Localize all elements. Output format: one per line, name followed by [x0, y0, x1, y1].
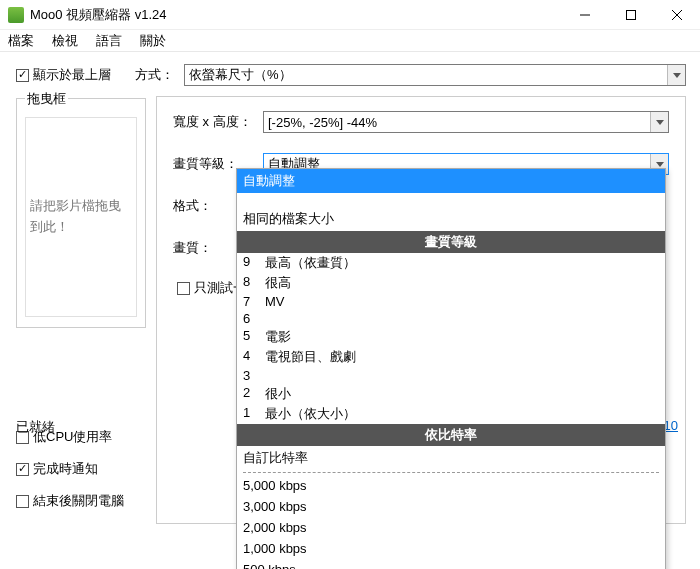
- app-icon: [8, 7, 24, 23]
- dropdown-option-bitrate[interactable]: 2,000 kbps: [237, 517, 665, 538]
- quality-level-dropdown[interactable]: 自動調整 相同的檔案大小 畫質等級 9最高（依畫質）8很高7MV65電影4電視節…: [236, 168, 666, 569]
- maximize-button[interactable]: [608, 0, 654, 30]
- dropdown-option-quality-8[interactable]: 8很高: [237, 273, 665, 293]
- shutdown-after-checkbox[interactable]: 結束後關閉電腦: [16, 492, 146, 510]
- chevron-down-icon: [650, 112, 668, 132]
- menu-lang[interactable]: 語言: [94, 30, 124, 52]
- menu-file[interactable]: 檔案: [6, 30, 36, 52]
- menu-about[interactable]: 關於: [138, 30, 168, 52]
- method-value: 依螢幕尺寸（%）: [189, 66, 292, 84]
- dropdown-option-quality-5[interactable]: 5電影: [237, 327, 665, 347]
- close-button[interactable]: [654, 0, 700, 30]
- checkbox-icon: [177, 282, 190, 295]
- dropdown-separator: [243, 472, 659, 473]
- dropdown-option-bitrate[interactable]: 5,000 kbps: [237, 475, 665, 496]
- method-select[interactable]: 依螢幕尺寸（%）: [184, 64, 686, 86]
- drag-drop-box[interactable]: 拖曳框 請把影片檔拖曳到此！: [16, 98, 146, 328]
- size-select[interactable]: [-25%, -25%] -44%: [263, 111, 669, 133]
- notify-done-label: 完成時通知: [33, 460, 98, 478]
- topmost-label: 顯示於最上層: [33, 66, 111, 84]
- checkbox-icon: [16, 69, 29, 82]
- dropdown-option-quality-6[interactable]: 6: [237, 310, 665, 327]
- dropdown-option-bitrate[interactable]: 1,000 kbps: [237, 538, 665, 559]
- titlebar: Moo0 視頻壓縮器 v1.24: [0, 0, 700, 30]
- svg-rect-1: [627, 10, 636, 19]
- dropdown-option-quality-4[interactable]: 4電視節目、戲劇: [237, 347, 665, 367]
- dropdown-option-custom-bitrate[interactable]: 自訂比特率: [237, 446, 665, 470]
- dropdown-option-bitrate[interactable]: 3,000 kbps: [237, 496, 665, 517]
- dragbox-placeholder: 請把影片檔拖曳到此！: [25, 117, 137, 317]
- dropdown-option-quality-2[interactable]: 2很小: [237, 384, 665, 404]
- menu-view[interactable]: 檢視: [50, 30, 80, 52]
- checkbox-icon: [16, 463, 29, 476]
- dropdown-spacer: [237, 193, 665, 207]
- size-value: [-25%, -25%] -44%: [268, 115, 377, 130]
- menubar: 檔案 檢視 語言 關於: [0, 30, 700, 52]
- size-label: 寬度 x 高度：: [173, 113, 263, 131]
- dropdown-option-quality-1[interactable]: 1最小（依大小）: [237, 404, 665, 424]
- window-title: Moo0 視頻壓縮器 v1.24: [30, 6, 562, 24]
- shutdown-after-label: 結束後關閉電腦: [33, 492, 124, 510]
- topmost-checkbox[interactable]: 顯示於最上層: [16, 66, 111, 84]
- checkbox-icon: [16, 495, 29, 508]
- minimize-button[interactable]: [562, 0, 608, 30]
- chevron-down-icon: [667, 65, 685, 85]
- dragbox-legend: 拖曳框: [25, 90, 68, 108]
- dropdown-section-quality: 畫質等級: [237, 231, 665, 253]
- dropdown-option-quality-3[interactable]: 3: [237, 367, 665, 384]
- notify-done-checkbox[interactable]: 完成時通知: [16, 460, 146, 478]
- dropdown-option-same-size[interactable]: 相同的檔案大小: [237, 207, 665, 231]
- dropdown-option-quality-9[interactable]: 9最高（依畫質）: [237, 253, 665, 273]
- dropdown-option-quality-7[interactable]: 7MV: [237, 293, 665, 310]
- status-text: 已就緒: [16, 418, 55, 436]
- dropdown-option-bitrate[interactable]: 500 kbps: [237, 559, 665, 569]
- dropdown-section-bitrate: 依比特率: [237, 424, 665, 446]
- method-label: 方式：: [135, 66, 174, 84]
- dropdown-option-auto[interactable]: 自動調整: [237, 169, 665, 193]
